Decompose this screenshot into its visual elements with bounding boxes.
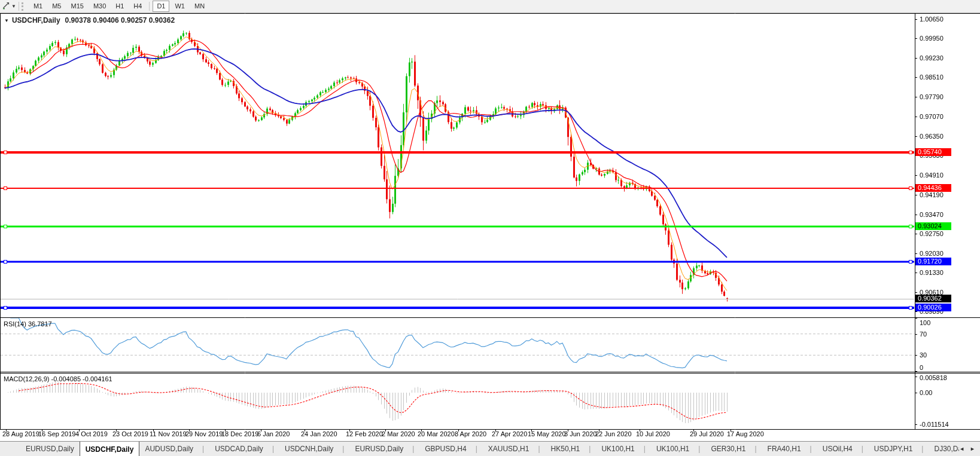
timeframe-button-h4[interactable]: H4 <box>129 1 146 12</box>
toolbar-separator <box>149 2 150 11</box>
chart-tab-usdcad-daily[interactable]: USDCAD,Daily <box>209 442 279 456</box>
timeframe-button-m15[interactable]: M15 <box>66 1 87 12</box>
timeframe-button-d1[interactable]: D1 <box>153 1 169 12</box>
chart-tab-usdcnh-daily[interactable]: USDCNH,Daily <box>279 442 349 456</box>
toolbar-separator <box>19 2 19 11</box>
trading-terminal-window: ▼ M1M5M15M30H1H4D1W1MN ▼USDCHF,Daily0.90… <box>0 0 980 456</box>
chart-tabs: EURUSD,DailyUSDCHF,DailyAUDUSD,DailyUSDC… <box>20 442 959 456</box>
tabs-scroll-right-icon[interactable]: ► <box>970 446 975 452</box>
chart-tab-usoil-h4[interactable]: USOil,H4 <box>817 442 869 456</box>
timeframe-button-m5[interactable]: M5 <box>48 1 65 12</box>
tabs-scroll-left-icon[interactable]: ◄ <box>959 446 964 452</box>
timeframe-buttons: M1M5M15M30H1H4D1W1MN <box>29 0 209 13</box>
chart-canvas[interactable] <box>0 0 980 456</box>
chart-tab-dj30-daily[interactable]: DJ30,Daily <box>929 442 959 456</box>
chart-tab-xauusd-h1[interactable]: XAUUSD,H1 <box>483 442 546 456</box>
dropdown-caret-icon[interactable]: ▼ <box>11 4 16 9</box>
chart-tabbar: EURUSD,DailyUSDCHF,DailyAUDUSD,DailyUSDC… <box>0 441 980 456</box>
chart-tab-hk50-h1[interactable]: HK50,H1 <box>546 442 596 456</box>
chart-tab-audusd-daily[interactable]: AUDUSD,Daily <box>139 442 209 456</box>
timeframe-button-h1[interactable]: H1 <box>111 1 128 12</box>
timeframe-button-m30[interactable]: M30 <box>89 1 110 12</box>
chart-tab-usdjpy-h1[interactable]: USDJPY,H1 <box>869 442 929 456</box>
crosshair-tool-icon <box>2 1 10 12</box>
chart-tab-uk100-h1[interactable]: UK100,H1 <box>596 442 651 456</box>
cursor-tool-button[interactable]: ▼ <box>0 1 17 12</box>
chart-tab-uk100-h1[interactable]: UK100,H1 <box>651 442 706 456</box>
toolbar-grip[interactable] <box>22 2 26 11</box>
timeframe-button-m1[interactable]: M1 <box>29 1 47 12</box>
chart-tab-gbpusd-h4[interactable]: GBPUSD,H4 <box>419 442 482 456</box>
chart-tab-usdchf-daily[interactable]: USDCHF,Daily <box>80 442 140 456</box>
chart-tab-ger30-h1[interactable]: GER30,H1 <box>705 442 762 456</box>
tab-scroll-arrows: ◄ ► <box>959 442 980 456</box>
timeframe-button-w1[interactable]: W1 <box>171 1 189 12</box>
chart-tab-eurusd-daily[interactable]: EURUSD,Daily <box>20 442 80 456</box>
timeframe-button-mn[interactable]: MN <box>190 1 209 12</box>
toolbar: ▼ M1M5M15M30H1H4D1W1MN <box>0 0 980 13</box>
chart-tab-eurusd-daily[interactable]: EURUSD,Daily <box>349 442 419 456</box>
chart-tab-fra40-h1[interactable]: FRA40,H1 <box>762 442 817 456</box>
